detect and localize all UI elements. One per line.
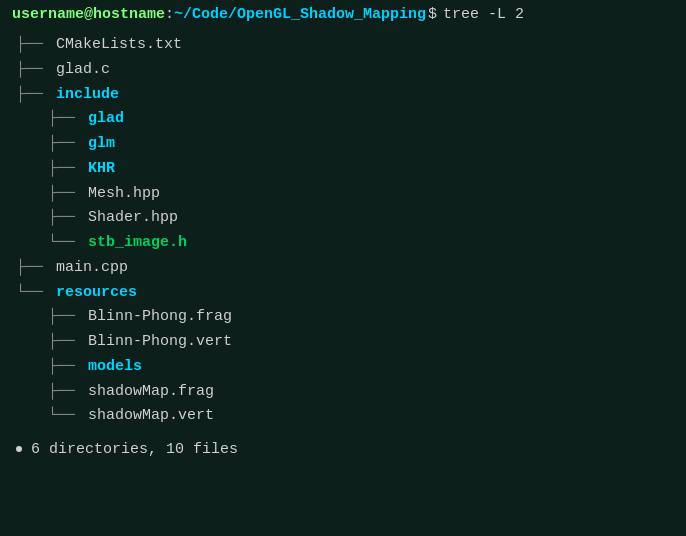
summary-text-content: 6 directories, 10 files (31, 441, 238, 458)
tree-indent (16, 231, 48, 256)
tree-item-cmakelists: ├── CMakeLists.txt (16, 33, 674, 58)
tree-connector: └── (48, 404, 84, 429)
summary-line: 6 directories, 10 files (12, 441, 674, 458)
tree-connector: ├── (48, 157, 84, 182)
tree-label: glad (88, 107, 124, 132)
tree-label: glad.c (56, 58, 110, 83)
tree-label: Mesh.hpp (88, 182, 160, 207)
tree-connector: ├── (16, 83, 52, 108)
tree-item-models-dir: ├── models (16, 355, 674, 380)
tree-label: KHR (88, 157, 115, 182)
tree-connector: └── (16, 281, 52, 306)
tree-item-glad-c: ├── glad.c (16, 58, 674, 83)
tree-label: CMakeLists.txt (56, 33, 182, 58)
tree-indent (16, 157, 48, 182)
tree-item-include-dir: ├── include (16, 83, 674, 108)
tree-connector: ├── (48, 355, 84, 380)
tree-connector: └── (48, 231, 84, 256)
tree-label: main.cpp (56, 256, 128, 281)
tree-label: shadowMap.frag (88, 380, 214, 405)
tree-item-glad-dir: ├── glad (16, 107, 674, 132)
tree-indent (16, 380, 48, 405)
prompt-line: username@hostname : ~/Code/OpenGL_Shadow… (12, 6, 674, 23)
tree-label: models (88, 355, 142, 380)
tree-connector: ├── (16, 33, 52, 58)
tree-label: Blinn-Phong.vert (88, 330, 232, 355)
tree-label: stb_image.h (88, 231, 187, 256)
tree-label: shadowMap.vert (88, 404, 214, 429)
tree-indent (16, 182, 48, 207)
tree-item-main-cpp: ├── main.cpp (16, 256, 674, 281)
tree-item-resources-dir: └── resources (16, 281, 674, 306)
tree-indent (16, 132, 48, 157)
tree-label: include (56, 83, 119, 108)
tree-label: Shader.hpp (88, 206, 178, 231)
tree-item-shadow-frag: ├── shadowMap.frag (16, 380, 674, 405)
tree-item-blinn-frag: ├── Blinn-Phong.frag (16, 305, 674, 330)
tree-item-glm-dir: ├── glm (16, 132, 674, 157)
tree-indent (16, 404, 48, 429)
tree-item-khr-dir: ├── KHR (16, 157, 674, 182)
tree-connector: ├── (48, 206, 84, 231)
prompt-separator: : (165, 6, 174, 23)
tree-connector: ├── (48, 132, 84, 157)
tree-label: glm (88, 132, 115, 157)
tree-indent (16, 107, 48, 132)
tree-connector: ├── (48, 330, 84, 355)
tree-indent (16, 355, 48, 380)
tree-label: Blinn-Phong.frag (88, 305, 232, 330)
prompt-dollar: $ (428, 6, 437, 23)
prompt-user: username@hostname (12, 6, 165, 23)
tree-connector: ├── (48, 182, 84, 207)
prompt-command: tree -L 2 (443, 6, 524, 23)
tree-label: resources (56, 281, 137, 306)
tree-indent (16, 305, 48, 330)
tree-item-shader-hpp: ├── Shader.hpp (16, 206, 674, 231)
tree-connector: ├── (16, 256, 52, 281)
tree-indent (16, 330, 48, 355)
tree-output: ├── CMakeLists.txt├── glad.c├── include … (12, 33, 674, 429)
prompt-path: ~/Code/OpenGL_Shadow_Mapping (174, 6, 426, 23)
tree-item-shadow-vert: └── shadowMap.vert (16, 404, 674, 429)
tree-item-mesh-hpp: ├── Mesh.hpp (16, 182, 674, 207)
tree-connector: ├── (48, 107, 84, 132)
tree-indent (16, 206, 48, 231)
tree-connector: ├── (48, 380, 84, 405)
bullet-dot-left (16, 446, 22, 452)
tree-item-blinn-vert: ├── Blinn-Phong.vert (16, 330, 674, 355)
tree-connector: ├── (48, 305, 84, 330)
tree-connector: ├── (16, 58, 52, 83)
terminal-window: username@hostname : ~/Code/OpenGL_Shadow… (0, 0, 686, 536)
tree-item-stb-image: └── stb_image.h (16, 231, 674, 256)
